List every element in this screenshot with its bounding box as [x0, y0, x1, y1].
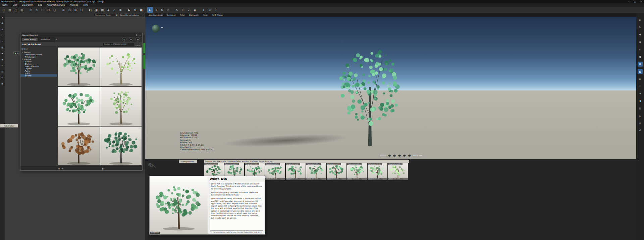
align-right-button[interactable]: ◨: [94, 7, 99, 13]
lod-star-icon[interactable]: ★: [398, 154, 401, 158]
orbit-view-button[interactable]: ↻: [638, 25, 643, 30]
minimize-button[interactable]: −: [628, 0, 630, 3]
species-search-input[interactable]: [103, 43, 134, 46]
tab-installed[interactable]: Installierte...: [38, 37, 55, 42]
node-search-input[interactable]: [94, 14, 115, 16]
species-folder-gras-pflanzen[interactable]: Gras - Pflanzen: [20, 65, 57, 67]
perspective-button[interactable]: ◇: [638, 47, 643, 52]
panel-settings-icon[interactable]: ⚙: [136, 34, 138, 36]
material-thumbnail[interactable]: Parameterreich...White Ash billb...: [306, 163, 326, 180]
axis-toggle-button[interactable]: +: [638, 84, 643, 89]
magnet-snap-button[interactable]: ◈: [106, 7, 111, 13]
align-left-button[interactable]: ◧: [88, 7, 93, 13]
material-thumbnail[interactable]: Parameterreich...White Ash billb...: [388, 163, 408, 180]
undo-button[interactable]: ↺: [28, 7, 34, 13]
material-preview-sphere[interactable]: [152, 25, 160, 32]
brush-tool-button[interactable]: ✏: [180, 7, 186, 13]
species-folder-objekte[interactable]: Objekte: [20, 67, 57, 70]
material-thumbnail[interactable]: Parameterreich...White Ash billb...: [347, 163, 367, 180]
favorite-button[interactable]: ★: [0, 52, 4, 56]
close-button[interactable]: ×: [640, 0, 642, 3]
menu-edit[interactable]: Edit: [10, 3, 19, 7]
clear-search-icon[interactable]: ×: [139, 45, 141, 47]
menu-datei[interactable]: Datei: [0, 3, 10, 7]
viewport-tab-displaymodus[interactable]: Displaymodus: [147, 13, 165, 17]
lod-star-icon[interactable]: ★: [408, 154, 411, 158]
orbit-button[interactable]: ↻: [0, 33, 4, 37]
viewport-settings-button[interactable]: ⚙: [638, 128, 643, 133]
tree-thumbnail[interactable]: [58, 87, 100, 126]
node-list-button[interactable]: ≡: [0, 39, 4, 44]
species-folder-anleitungen[interactable]: Anleitungen: [20, 56, 57, 58]
cut-button[interactable]: ✂: [40, 7, 46, 13]
pan-button[interactable]: ✚: [0, 21, 4, 25]
tree-thumbnail[interactable]: [100, 48, 142, 86]
graph-node[interactable]: ◉ W: [13, 52, 20, 55]
help-button[interactable]: ?: [213, 7, 219, 13]
measure-tool-button[interactable]: ∠: [186, 7, 192, 13]
3d-viewport[interactable]: DisplaymodusOptionenFilterElementeMeshPa…: [145, 13, 636, 159]
zoom-in-icon[interactable]: ⊕: [58, 167, 60, 170]
tab-parameter[interactable]: Parameter: [0, 124, 18, 128]
favorite-star-icon[interactable]: ☆: [139, 127, 141, 130]
add-node-button[interactable]: ⊕: [61, 7, 66, 13]
settings-button[interactable]: ⚙: [0, 76, 4, 80]
auto-layout-button[interactable]: ≡: [118, 7, 123, 13]
viewport-tab-filter[interactable]: Filter: [178, 13, 187, 17]
lod-star-icon[interactable]: ★: [393, 154, 396, 158]
move-tool-button[interactable]: ✚: [153, 7, 159, 13]
copy-button[interactable]: ❐: [46, 7, 52, 13]
lod-star-icon[interactable]: ★: [403, 154, 406, 158]
redo-button[interactable]: ↻: [34, 7, 40, 13]
material-thumbnail[interactable]: Parameterreich...White Ash billb...: [368, 163, 387, 180]
grid-toggle-button[interactable]: ⊞: [638, 76, 643, 81]
tree-thumbnail[interactable]: ☆: [100, 127, 142, 165]
camera-view-button[interactable]: ◉: [638, 39, 643, 45]
render-settings-button[interactable]: ⚙: [132, 7, 138, 13]
tree-thumbnail[interactable]: [58, 48, 100, 86]
open-file-button[interactable]: ▤: [7, 7, 13, 13]
tab-komponente[interactable]: Komponente: [179, 160, 197, 163]
frame-all-button[interactable]: ⌂: [112, 7, 117, 13]
lod-star-icon[interactable]: ★: [388, 154, 391, 158]
material-thumbnail[interactable]: Parameterreich...White Ash billb...: [265, 163, 285, 180]
add-tab-icon[interactable]: ⊕: [56, 38, 57, 41]
species-folder-species[interactable]: ⊟Species: [20, 58, 57, 60]
collapse-icon[interactable]: ⊟: [22, 51, 23, 53]
menu-hilfe[interactable]: Hilfe: [80, 3, 90, 7]
select-button[interactable]: ➤: [0, 15, 4, 19]
scale-tool-button[interactable]: ◇: [165, 7, 171, 13]
species-folder-szenen[interactable]: ⊟Szenen: [20, 51, 57, 53]
highlight-dropdown[interactable]: Keine Hervorhebung ▾: [119, 14, 144, 16]
viewport-tab-mesh[interactable]: Mesh: [201, 13, 210, 17]
snapshot-button[interactable]: ◫: [638, 113, 643, 118]
stop-render-button[interactable]: ■: [139, 7, 144, 13]
grid-snap-button[interactable]: ▦: [100, 7, 105, 13]
pan-view-button[interactable]: ✚: [638, 32, 643, 37]
magnet-tool-button[interactable]: ◉: [192, 7, 198, 13]
pager-dot[interactable]: ●: [63, 168, 142, 170]
collapsed-panel-tab[interactable]: [143, 43, 145, 54]
menu-diagramm[interactable]: Diagramm: [19, 3, 36, 7]
species-folder-b-ume[interactable]: Bäume: [20, 74, 57, 77]
group-nodes-button[interactable]: ⊞: [73, 7, 78, 13]
select-tool-button[interactable]: ➤: [147, 7, 153, 13]
delete-node-button[interactable]: ⊖: [67, 7, 72, 13]
render-button[interactable]: ▶: [126, 7, 132, 13]
panel-titlebar[interactable]: Szenen/Species ⚙ ×: [20, 33, 142, 37]
info-button[interactable]: ℹ: [201, 7, 207, 13]
species-folder-draw-from-scratch[interactable]: Draw From Scratch: [20, 53, 57, 56]
species-folder-sci-fi[interactable]: Sci-Fi: [20, 72, 57, 74]
shaded-display-button[interactable]: ●: [638, 54, 643, 59]
grid-button[interactable]: ▦: [0, 46, 4, 50]
export-file-button[interactable]: ▥: [19, 7, 25, 13]
species-folder-palme[interactable]: Palme: [20, 70, 57, 72]
search-options-icon[interactable]: ◧: [116, 14, 118, 16]
paste-button[interactable]: ❏: [52, 7, 58, 13]
tree-thumbnail[interactable]: [58, 127, 100, 165]
menu-anzeige[interactable]: Anzeige: [67, 3, 80, 7]
species-folder-blumen[interactable]: Blumen: [20, 63, 57, 65]
preferences-button[interactable]: ⚙: [207, 7, 213, 13]
save-file-button[interactable]: ◫: [13, 7, 19, 13]
menu-bild[interactable]: Bild: [36, 3, 44, 7]
